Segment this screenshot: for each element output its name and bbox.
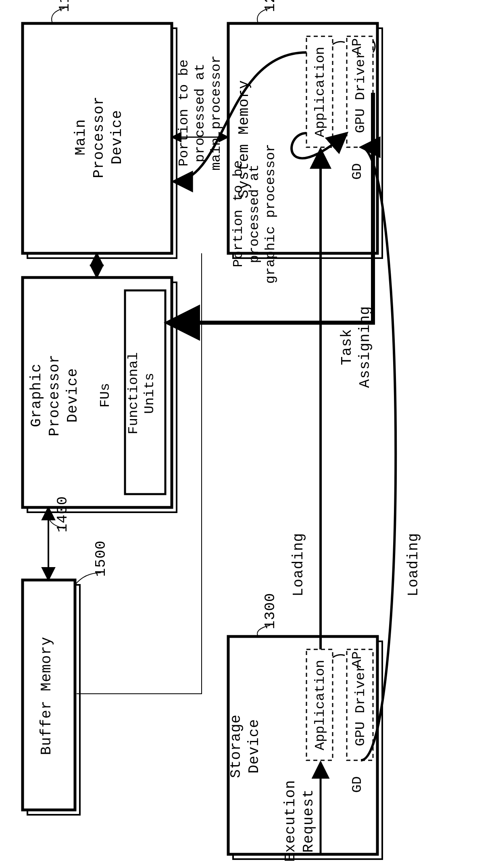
main-proc-label-1: Main bbox=[73, 119, 89, 155]
ref-1200: 1200 bbox=[262, 0, 279, 12]
exec-l2: Request bbox=[300, 789, 317, 853]
sysmem-application-label: Application bbox=[312, 47, 328, 137]
gp-label-1: Graphic bbox=[28, 363, 45, 427]
sysmem-gpudriver-label: GPU Driver bbox=[353, 51, 368, 133]
funcunits-l1: Functional bbox=[126, 352, 141, 434]
main-proc-label-3: Device bbox=[109, 110, 125, 165]
sysmem-gd-label: GD bbox=[350, 163, 365, 180]
graphic-processor-block: Graphic Processor Device FUs Functional … bbox=[23, 278, 177, 512]
task-l1: Task bbox=[339, 329, 355, 365]
ref-1400: 1400 bbox=[54, 496, 71, 532]
loading-label-2: Loading bbox=[405, 533, 422, 597]
portion-gp-l2: processed at bbox=[247, 165, 262, 263]
gp-label-2: Processor bbox=[46, 354, 63, 436]
buffer-memory-label: Buffer Memory bbox=[38, 636, 55, 755]
storage-gpudriver-label: GPU Driver bbox=[353, 664, 368, 746]
main-processor-block: Main Processor Device bbox=[23, 23, 177, 258]
portion-main-l1: Portion to be bbox=[176, 59, 192, 166]
ref-1500: 1500 bbox=[93, 540, 109, 577]
task-l2: Assigning bbox=[357, 306, 373, 388]
storage-label-2: Device bbox=[246, 719, 262, 774]
funcunits-l2: Units bbox=[142, 373, 157, 414]
portion-gp-l1: Portion to be bbox=[231, 160, 246, 267]
storage-gd-label: GD bbox=[350, 776, 365, 793]
buffer-memory-block: Buffer Memory bbox=[23, 580, 80, 815]
ref-1300: 1300 bbox=[262, 593, 279, 629]
gp-label-3: Device bbox=[65, 368, 81, 423]
storage-label-1: Storage bbox=[228, 714, 244, 778]
storage-application-label: Application bbox=[312, 660, 328, 750]
exec-l1: Execution bbox=[282, 780, 299, 862]
portion-main-l3: main processor bbox=[208, 55, 224, 171]
main-proc-label-2: Processor bbox=[91, 96, 107, 178]
portion-gp-l3: graphic processor bbox=[263, 144, 278, 284]
loading-label-1: Loading bbox=[290, 533, 307, 597]
diagram-canvas: Main Processor Device 1100 System Memory… bbox=[0, 0, 500, 868]
ref-1100: 1100 bbox=[56, 0, 73, 12]
portion-main-l2: processed at bbox=[192, 64, 208, 163]
fus-label: FUs bbox=[98, 383, 113, 407]
